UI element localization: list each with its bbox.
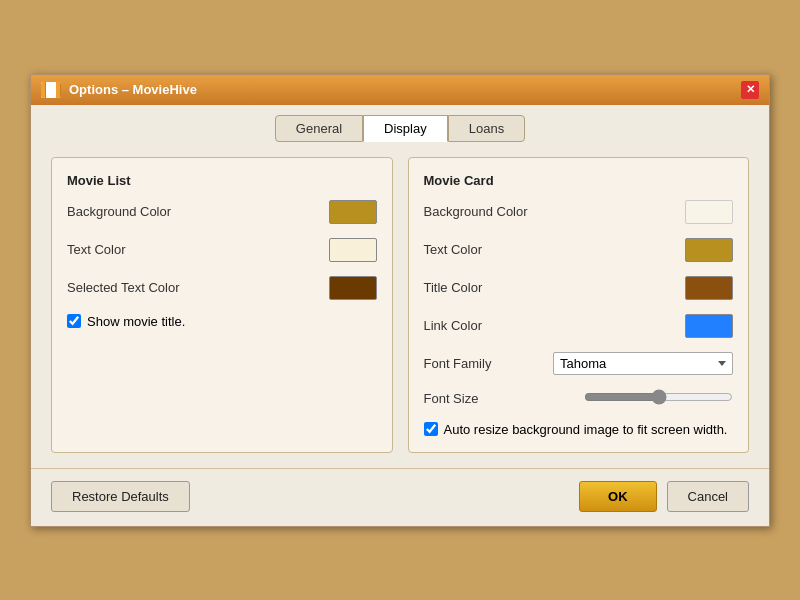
titlebar: Options – MovieHive ✕ — [31, 75, 769, 105]
right-footer-buttons: OK Cancel — [579, 481, 749, 512]
cancel-button[interactable]: Cancel — [667, 481, 749, 512]
movie-list-panel: Movie List Background Color Text Color S… — [51, 157, 393, 453]
mc-font-size-slider[interactable] — [584, 389, 733, 405]
tab-loans[interactable]: Loans — [448, 115, 525, 142]
ml-text-color-label: Text Color — [67, 242, 317, 257]
tab-display[interactable]: Display — [363, 115, 448, 142]
tabs-bar: General Display Loans — [31, 105, 769, 142]
ml-bg-color-label: Background Color — [67, 204, 317, 219]
ml-text-color-swatch[interactable] — [329, 238, 377, 262]
ml-selected-text-label: Selected Text Color — [67, 280, 317, 295]
auto-resize-label: Auto resize background image to fit scre… — [444, 422, 728, 437]
auto-resize-checkbox[interactable] — [424, 422, 438, 436]
ml-bg-color-row: Background Color — [67, 200, 377, 224]
ml-selected-text-swatch[interactable] — [329, 276, 377, 300]
movie-card-panel: Movie Card Background Color Text Color T… — [408, 157, 750, 453]
ml-text-color-row: Text Color — [67, 238, 377, 262]
mc-title-color-row: Title Color — [424, 276, 734, 300]
mc-link-color-row: Link Color — [424, 314, 734, 338]
ok-button[interactable]: OK — [579, 481, 657, 512]
window-title: Options – MovieHive — [69, 82, 197, 97]
mc-link-color-swatch[interactable] — [685, 314, 733, 338]
ml-bg-color-swatch[interactable] — [329, 200, 377, 224]
mc-font-family-select[interactable]: Tahoma Arial Verdana Times New Roman Cal… — [553, 352, 733, 375]
ml-selected-text-row: Selected Text Color — [67, 276, 377, 300]
show-title-row: Show movie title. — [67, 314, 377, 329]
mc-bg-color-label: Background Color — [424, 204, 674, 219]
mc-font-size-row: Font Size — [424, 389, 734, 408]
mc-text-color-swatch[interactable] — [685, 238, 733, 262]
mc-title-color-swatch[interactable] — [685, 276, 733, 300]
tab-general[interactable]: General — [275, 115, 363, 142]
close-button[interactable]: ✕ — [741, 81, 759, 99]
auto-resize-row: Auto resize background image to fit scre… — [424, 422, 734, 437]
footer: Restore Defaults OK Cancel — [31, 468, 769, 526]
movie-list-title: Movie List — [67, 173, 377, 188]
mc-text-color-label: Text Color — [424, 242, 674, 257]
mc-text-color-row: Text Color — [424, 238, 734, 262]
restore-defaults-button[interactable]: Restore Defaults — [51, 481, 190, 512]
mc-bg-color-swatch[interactable] — [685, 200, 733, 224]
mc-title-color-label: Title Color — [424, 280, 674, 295]
mc-font-size-label: Font Size — [424, 391, 573, 406]
show-title-label: Show movie title. — [87, 314, 185, 329]
mc-link-color-label: Link Color — [424, 318, 674, 333]
titlebar-left: Options – MovieHive — [41, 82, 197, 98]
mc-font-family-label: Font Family — [424, 356, 542, 371]
show-title-checkbox[interactable] — [67, 314, 81, 328]
app-icon — [41, 82, 61, 98]
mc-font-family-row: Font Family Tahoma Arial Verdana Times N… — [424, 352, 734, 375]
mc-font-size-slider-container — [584, 389, 733, 408]
mc-bg-color-row: Background Color — [424, 200, 734, 224]
content-area: Movie List Background Color Text Color S… — [31, 142, 769, 468]
options-window: Options – MovieHive ✕ General Display Lo… — [30, 74, 770, 527]
movie-card-title: Movie Card — [424, 173, 734, 188]
